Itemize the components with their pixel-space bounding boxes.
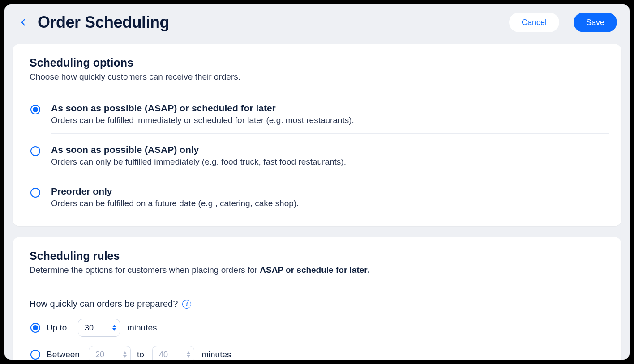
prep-time-between-option[interactable]: Between 20 to 40 minutes [30,346,604,360]
page-header: Order Scheduling Cancel Save [4,4,630,44]
prep-time-question: How quickly can orders be prepared? [30,299,178,309]
between-unit: minutes [201,350,231,360]
option-desc: Orders can be fulfilled on a future date… [51,199,604,208]
chevron-left-icon [20,18,26,27]
back-button[interactable] [17,16,30,29]
radio-preorder[interactable] [30,188,40,198]
svg-marker-2 [123,351,127,354]
card-title: Scheduling rules [30,250,604,262]
svg-marker-0 [112,325,116,327]
between-to-stepper[interactable]: 40 [152,346,194,360]
card-subtitle: Determine the options for customers when… [30,265,604,275]
radio-asap-only[interactable] [30,146,40,156]
upto-minutes-stepper[interactable]: 30 [78,319,120,337]
scheduling-option-asap-only[interactable]: As soon as possible (ASAP) only Orders c… [13,134,621,175]
between-from-value: 20 [95,350,119,360]
stepper-arrows-icon[interactable] [111,324,117,331]
option-desc: Orders can only be fulfilled immediately… [51,157,604,167]
scheduling-option-preorder[interactable]: Preorder only Orders can be fulfilled on… [13,175,621,216]
card-subtitle: Choose how quickly customers can receive… [30,72,604,82]
option-title: As soon as possible (ASAP) only [51,144,604,155]
radio-asap-or-later[interactable] [30,105,40,114]
svg-marker-3 [123,355,127,358]
upto-label: Up to [47,323,72,333]
stepper-arrows-icon[interactable] [122,351,128,358]
subtitle-prefix: Determine the options for customers when… [30,265,260,275]
option-title: As soon as possible (ASAP) or scheduled … [51,103,604,114]
card-title: Scheduling options [30,56,604,69]
between-from-stepper[interactable]: 20 [89,346,131,360]
svg-marker-1 [112,328,116,331]
option-desc: Orders can be fulfilled immediately or s… [51,115,604,125]
save-button[interactable]: Save [574,13,617,32]
stepper-arrows-icon[interactable] [186,351,191,358]
to-label: to [137,350,146,360]
between-to-value: 40 [159,350,182,360]
cancel-button[interactable]: Cancel [509,13,559,32]
option-title: Preorder only [51,186,604,197]
between-label: Between [47,350,82,360]
page-title: Order Scheduling [38,13,169,32]
prep-time-upto-option[interactable]: Up to 30 minutes [30,319,604,337]
upto-unit: minutes [127,323,157,333]
radio-between[interactable] [30,350,40,360]
subtitle-bold: ASAP or schedule for later. [260,265,369,275]
info-icon[interactable]: i [182,300,191,309]
radio-upto[interactable] [30,323,40,333]
scheduling-rules-card: Scheduling rules Determine the options f… [13,237,621,360]
svg-marker-4 [187,351,190,354]
scheduling-options-card: Scheduling options Choose how quickly cu… [13,44,621,226]
upto-value: 30 [85,323,108,333]
svg-marker-5 [187,355,190,358]
scheduling-option-asap-or-later[interactable]: As soon as possible (ASAP) or scheduled … [13,92,621,133]
